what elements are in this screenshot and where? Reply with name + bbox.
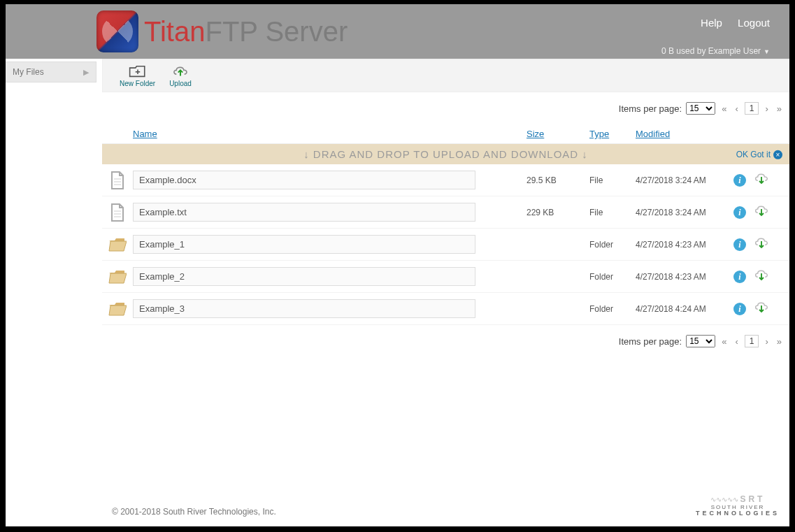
file-rows: 29.5 KBFile4/27/2018 3:24 AMi229 KBFile4… (102, 164, 789, 325)
col-modified-sort[interactable]: Modified (636, 129, 670, 139)
table-row: 29.5 KBFile4/27/2018 3:24 AMi (102, 164, 789, 196)
copyright: © 2001-2018 South River Technologies, In… (112, 507, 276, 517)
table-row: Folder4/27/2018 4:23 AMi (102, 229, 789, 261)
banner-text: ↓ DRAG AND DROP TO UPLOAD AND DOWNLOAD ↓ (303, 148, 588, 160)
brand-ftp: FTP Server (205, 16, 348, 47)
download-button[interactable] (753, 236, 770, 253)
filename-input[interactable] (133, 267, 475, 286)
info-icon[interactable]: i (733, 174, 746, 187)
info-icon[interactable]: i (733, 271, 746, 283)
user-menu[interactable]: Example User▼ (708, 46, 770, 56)
col-name-sort[interactable]: Name (133, 129, 157, 139)
download-button[interactable] (753, 268, 770, 285)
download-button[interactable] (753, 203, 770, 221)
file-type: File (589, 208, 636, 217)
info-icon[interactable]: i (733, 238, 746, 251)
brand-title: TitanFTP Server (144, 16, 348, 48)
chevron-right-icon: ▶ (83, 68, 89, 77)
file-type: Folder (589, 304, 636, 314)
help-link[interactable]: Help (701, 17, 722, 29)
info-icon[interactable]: i (733, 303, 746, 315)
filename-input[interactable] (133, 235, 475, 254)
download-button[interactable] (753, 300, 770, 317)
download-cloud-icon (753, 236, 770, 251)
pager-prev[interactable]: ‹ (733, 103, 740, 114)
items-per-page-select[interactable]: 15 (686, 102, 715, 115)
pager-page[interactable]: 1 (745, 102, 759, 115)
file-type: Folder (589, 240, 636, 250)
pager-next[interactable]: › (763, 103, 770, 114)
row-icon[interactable] (102, 301, 133, 317)
file-type: Folder (589, 272, 636, 282)
row-icon[interactable] (102, 269, 133, 285)
pager-bottom: Items per page: 15 « ‹ 1 › » (102, 325, 789, 357)
pager-label: Items per page: (619, 103, 682, 114)
upload-label: Upload (169, 80, 192, 87)
toolbar: New Folder Upload (102, 59, 789, 92)
usage-text: 0 B used by (661, 46, 706, 56)
folder-icon (108, 237, 127, 252)
file-size: 29.5 KB (527, 175, 589, 185)
filename-input[interactable] (133, 299, 475, 318)
col-type-sort[interactable]: Type (589, 129, 609, 139)
logout-link[interactable]: Logout (738, 17, 770, 29)
sidebar-item-label: My Files (13, 67, 44, 77)
file-modified: 4/27/2018 3:24 AM (636, 208, 733, 217)
file-type: File (589, 175, 636, 185)
pager-last[interactable]: » (775, 103, 784, 114)
pager-next[interactable]: › (763, 336, 770, 347)
pager-prev[interactable]: ‹ (733, 336, 740, 347)
table-row: Folder4/27/2018 4:24 AMi (102, 293, 789, 325)
file-icon (110, 203, 125, 222)
row-icon[interactable] (102, 171, 133, 189)
upload-cloud-icon (171, 64, 189, 78)
upload-button[interactable]: Upload (169, 64, 192, 87)
app-logo (96, 10, 138, 52)
file-icon (110, 171, 125, 189)
download-cloud-icon (753, 171, 770, 187)
new-folder-label: New Folder (120, 80, 155, 87)
new-folder-button[interactable]: New Folder (120, 64, 155, 87)
upload-banner: ↓ DRAG AND DROP TO UPLOAD AND DOWNLOAD ↓… (102, 144, 789, 164)
file-modified: 4/27/2018 4:23 AM (636, 240, 733, 250)
download-cloud-icon (753, 203, 770, 219)
info-icon[interactable]: i (733, 206, 746, 219)
brand-titan: Titan (144, 16, 205, 47)
filename-input[interactable] (133, 171, 475, 189)
row-icon[interactable] (102, 203, 133, 222)
pager-page[interactable]: 1 (745, 335, 759, 347)
row-icon[interactable] (102, 237, 133, 252)
srt-logo: ∿∿∿∿∿ SRT SOUTH RIVER TECHNOLOGIES (696, 495, 780, 517)
usage-bar: 0 B used by Example User▼ (661, 46, 770, 56)
table-header: Name Size Type Modified (102, 124, 789, 144)
file-modified: 4/27/2018 4:23 AM (636, 272, 733, 282)
header-links: Help Logout (688, 17, 770, 29)
table-row: Folder4/27/2018 4:23 AMi (102, 261, 789, 293)
close-icon: × (773, 150, 782, 159)
folder-icon (108, 301, 127, 317)
filename-input[interactable] (133, 203, 475, 222)
new-folder-icon (129, 64, 147, 78)
download-cloud-icon (753, 300, 770, 315)
pager-last[interactable]: » (775, 336, 784, 347)
file-modified: 4/27/2018 4:24 AM (636, 304, 733, 314)
folder-icon (108, 269, 127, 285)
col-size-sort[interactable]: Size (527, 129, 544, 139)
header: TitanFTP Server Help Logout 0 B used by … (6, 4, 789, 59)
sidebar-item-my-files[interactable]: My Files ▶ (6, 62, 96, 82)
pager-first[interactable]: « (719, 103, 729, 114)
pager-label: Items per page: (619, 336, 682, 347)
banner-dismiss[interactable]: OK Got it× (736, 149, 782, 159)
footer: © 2001-2018 South River Technologies, In… (102, 488, 789, 526)
download-cloud-icon (753, 268, 770, 283)
caret-down-icon: ▼ (764, 48, 770, 55)
file-size: 229 KB (527, 208, 589, 217)
download-button[interactable] (753, 171, 770, 189)
sidebar: My Files ▶ (6, 59, 96, 526)
file-modified: 4/27/2018 3:24 AM (636, 175, 733, 185)
table-row: 229 KBFile4/27/2018 3:24 AMi (102, 196, 789, 229)
pager-top: Items per page: 15 « ‹ 1 › » (102, 92, 789, 124)
pager-first[interactable]: « (719, 336, 729, 347)
items-per-page-select[interactable]: 15 (686, 335, 715, 347)
